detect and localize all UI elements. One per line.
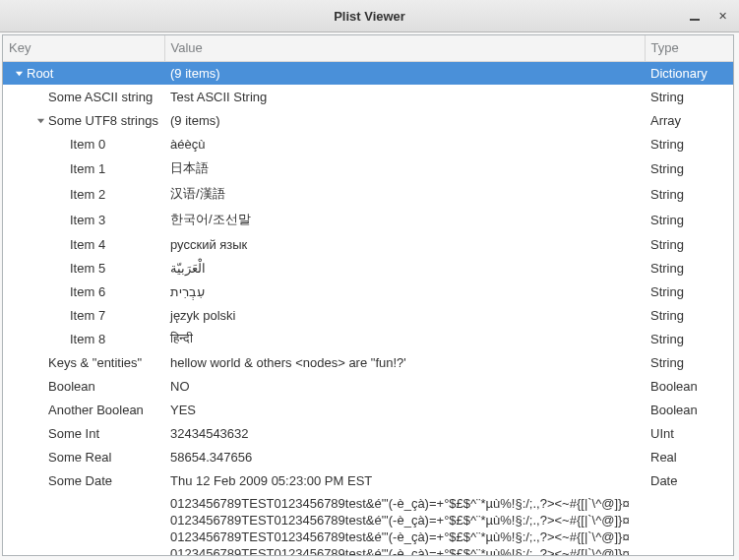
tree-cell-value: 0123456789TEST0123456789test&é"'(-è_çà)=…	[164, 492, 645, 555]
tree-cell-key: Item 2	[3, 181, 164, 207]
tree-row[interactable]: Some UTF8 strings(9 items)Array	[3, 108, 733, 132]
tree-cell-value: język polski	[164, 303, 645, 327]
tree-cell-type: String	[645, 327, 733, 350]
tree-row[interactable]: Root(9 items)Dictionary	[3, 61, 733, 85]
window-title: Plist Viewer	[334, 9, 405, 24]
tree-cell-key: Some UTF8 strings	[3, 108, 164, 132]
tree-cell-value: YES	[164, 398, 645, 421]
tree-cell-key: Item 7	[3, 303, 164, 327]
tree-cell-key: Root	[3, 61, 164, 85]
column-header-key[interactable]: Key	[3, 35, 164, 61]
tree-row[interactable]: Keys & "entities"hellow world & others <…	[3, 350, 733, 374]
tree-row[interactable]: 0123456789TEST0123456789test&é"'(-è_çà)=…	[3, 492, 733, 555]
key-label: Another Boolean	[48, 403, 144, 417]
key-label: Item 6	[70, 284, 105, 299]
tree-row[interactable]: Some Int32434543632UInt	[3, 421, 733, 445]
tree-cell-key: Some Date	[3, 468, 164, 492]
tree-cell-type: Dictionary	[645, 61, 733, 85]
content-frame: Key Value Type Root(9 items)DictionarySo…	[2, 34, 734, 556]
window-controls	[688, 0, 729, 32]
tree-row[interactable]: BooleanNOBoolean	[3, 374, 733, 398]
tree-cell-type	[645, 492, 733, 555]
tree-cell-key: Item 3	[3, 207, 164, 232]
key-label: Item 2	[70, 187, 105, 202]
key-label: Some ASCII string	[48, 90, 153, 104]
tree-cell-type: String	[645, 232, 733, 256]
tree-cell-value: الْعَرَبيّة	[164, 256, 645, 280]
tree-cell-type: String	[645, 181, 733, 207]
tree-row[interactable]: Item 4русский языкString	[3, 232, 733, 256]
tree-scroll[interactable]: Key Value Type Root(9 items)DictionarySo…	[3, 35, 733, 555]
tree-row[interactable]: Item 1日本語String	[3, 156, 733, 181]
key-label: Item 5	[70, 261, 105, 276]
tree-cell-key: Keys & "entities"	[3, 350, 164, 374]
tree-cell-key: Some ASCII string	[3, 85, 164, 108]
key-label: Item 7	[70, 308, 105, 323]
key-label: Item 3	[70, 213, 105, 227]
tree-row[interactable]: Item 8हिन्दीString	[3, 327, 733, 350]
tree-cell-key: Item 1	[3, 156, 164, 181]
tree-cell-value: עִבְרִית	[164, 280, 645, 303]
key-label: Item 4	[70, 237, 105, 252]
plist-tree-table: Key Value Type Root(9 items)DictionarySo…	[3, 35, 733, 555]
tree-cell-type: Boolean	[645, 374, 733, 398]
tree-cell-value: Test ASCII String	[164, 85, 645, 108]
tree-row[interactable]: Some DateThu 12 Feb 2009 05:23:00 PM EST…	[3, 468, 733, 492]
tree-cell-value: hellow world & others <nodes> are "fun!?…	[164, 350, 645, 374]
tree-cell-type: Boolean	[645, 398, 733, 421]
key-label: Item 1	[70, 161, 105, 176]
disclosure-triangle-icon[interactable]	[34, 116, 46, 127]
tree-cell-key: Boolean	[3, 374, 164, 398]
tree-cell-type: String	[645, 280, 733, 303]
tree-cell-key: Item 6	[3, 280, 164, 303]
tree-cell-value: àéèçù	[164, 132, 645, 156]
tree-cell-key: Some Int	[3, 421, 164, 445]
tree-row[interactable]: Item 5الْعَرَبيّةString	[3, 256, 733, 280]
key-label: Some Real	[48, 450, 111, 465]
titlebar: Plist Viewer	[0, 0, 739, 32]
key-label: Some Date	[48, 473, 112, 488]
tree-cell-type: String	[645, 256, 733, 280]
tree-row[interactable]: Item 7język polskiString	[3, 303, 733, 327]
tree-cell-value: NO	[164, 374, 645, 398]
column-header-value[interactable]: Value	[164, 35, 645, 61]
tree-cell-key	[3, 492, 164, 555]
tree-cell-type: Date	[645, 468, 733, 492]
tree-row[interactable]: Some Real58654.347656Real	[3, 445, 733, 468]
tree-cell-type: UInt	[645, 421, 733, 445]
tree-cell-key: Some Real	[3, 445, 164, 468]
tree-cell-type: String	[645, 132, 733, 156]
tree-row[interactable]: Item 2汉语/漢語String	[3, 181, 733, 207]
close-button[interactable]	[715, 10, 729, 24]
tree-row[interactable]: Item 6עִבְרִיתString	[3, 280, 733, 303]
tree-cell-key: Item 5	[3, 256, 164, 280]
tree-row[interactable]: Item 0àéèçùString	[3, 132, 733, 156]
tree-row[interactable]: Another BooleanYESBoolean	[3, 398, 733, 421]
column-header-row: Key Value Type	[3, 35, 733, 61]
tree-cell-key: Item 0	[3, 132, 164, 156]
tree-cell-type: Array	[645, 108, 733, 132]
tree-cell-type: String	[645, 85, 733, 108]
tree-cell-value: 58654.347656	[164, 445, 645, 468]
tree-cell-value: русский язык	[164, 232, 645, 256]
key-label: Boolean	[48, 379, 95, 394]
tree-cell-type: String	[645, 207, 733, 232]
tree-row[interactable]: Item 3한국어/조선말String	[3, 207, 733, 232]
minimize-button[interactable]	[688, 10, 702, 24]
tree-cell-key: Item 8	[3, 327, 164, 350]
key-label: Keys & "entities"	[48, 355, 142, 370]
tree-cell-value: हिन्दी	[164, 327, 645, 350]
tree-cell-key: Item 4	[3, 232, 164, 256]
tree-cell-value: Thu 12 Feb 2009 05:23:00 PM EST	[164, 468, 645, 492]
tree-row[interactable]: Some ASCII stringTest ASCII StringString	[3, 85, 733, 108]
tree-cell-value: (9 items)	[164, 108, 645, 132]
key-label: Root	[27, 66, 53, 81]
disclosure-triangle-icon[interactable]	[13, 69, 25, 80]
key-label: Item 0	[70, 137, 105, 152]
column-header-type[interactable]: Type	[645, 35, 733, 61]
tree-cell-value: 汉语/漢語	[164, 181, 645, 207]
tree-cell-type: String	[645, 303, 733, 327]
tree-cell-value: (9 items)	[164, 61, 645, 85]
tree-cell-type: String	[645, 156, 733, 181]
tree-cell-value: 한국어/조선말	[164, 207, 645, 232]
